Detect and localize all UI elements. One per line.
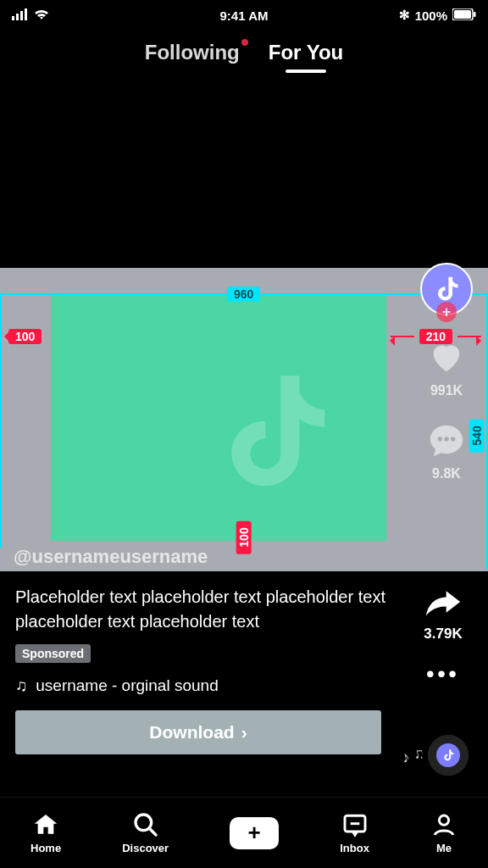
- music-note-icon: ♫: [15, 676, 27, 695]
- chevron-right-icon: ›: [241, 722, 247, 743]
- svg-rect-2: [20, 11, 23, 20]
- svg-point-9: [451, 437, 455, 441]
- svg-rect-3: [25, 8, 27, 20]
- sound-row[interactable]: ♫ username - orginal sound: [15, 676, 396, 695]
- like-count: 991K: [430, 383, 463, 398]
- comment-count: 9.8K: [432, 466, 461, 481]
- nav-home-label: Home: [30, 842, 61, 854]
- tab-following[interactable]: Following: [145, 41, 240, 64]
- svg-rect-6: [474, 12, 476, 17]
- battery-icon: [452, 8, 476, 23]
- sound-name: username - orginal sound: [36, 676, 218, 695]
- comment-icon: [427, 420, 466, 463]
- author-username[interactable]: @usernameusername: [14, 546, 208, 568]
- nav-inbox[interactable]: Inbox: [340, 811, 369, 854]
- feed-tabs: Following For You: [0, 41, 488, 64]
- nav-discover[interactable]: Discover: [122, 811, 169, 854]
- svg-rect-5: [454, 10, 471, 19]
- dim-arrow: [385, 336, 395, 346]
- heart-icon: [427, 337, 466, 380]
- tab-for-you-label: For You: [269, 41, 343, 64]
- bluetooth-icon: ✻: [399, 8, 410, 23]
- author-avatar[interactable]: +: [420, 263, 473, 315]
- dimension-margin-left: 100: [8, 329, 42, 344]
- svg-point-7: [438, 437, 442, 441]
- nav-create[interactable]: +: [230, 817, 279, 849]
- inbox-icon: [341, 811, 369, 838]
- svg-rect-0: [12, 16, 14, 20]
- signal-icon: [12, 8, 29, 23]
- battery-percent: 100%: [415, 8, 447, 23]
- disc-center-icon: [436, 743, 460, 767]
- svg-point-8: [444, 437, 448, 441]
- share-button[interactable]: [424, 585, 462, 622]
- nav-me-label: Me: [436, 842, 452, 854]
- status-bar: 9:41 AM ✻ 100%: [0, 0, 488, 31]
- comment-button[interactable]: 9.8K: [427, 420, 466, 481]
- tab-for-you[interactable]: For You: [269, 41, 343, 64]
- tiktok-icon: [432, 275, 461, 303]
- post-caption: Placeholder text placeholder text placeh…: [15, 585, 396, 634]
- post-info: Placeholder text placeholder text placeh…: [0, 573, 488, 754]
- action-rail: + 991K 9.8K: [417, 263, 476, 481]
- bottom-nav: Home Discover + Inbox Me: [0, 797, 488, 868]
- svg-line-11: [149, 828, 156, 835]
- cta-button[interactable]: Download ›: [15, 710, 381, 754]
- search-icon: [132, 811, 159, 838]
- share-count: 3.79K: [424, 626, 462, 643]
- svg-rect-1: [16, 14, 19, 20]
- wifi-icon: [34, 8, 49, 23]
- tiktok-watermark-icon: [203, 364, 339, 500]
- dim-arrow: [476, 336, 486, 346]
- home-icon: [32, 811, 59, 838]
- sponsored-badge: Sponsored: [15, 644, 91, 663]
- nav-me[interactable]: Me: [430, 811, 458, 854]
- cta-label: Download: [149, 722, 234, 743]
- nav-home[interactable]: Home: [30, 811, 61, 854]
- notification-dot: [241, 39, 248, 46]
- nav-inbox-label: Inbox: [340, 842, 369, 854]
- sound-disc[interactable]: [422, 729, 474, 782]
- tab-following-label: Following: [145, 41, 240, 64]
- clock: 9:41 AM: [220, 8, 269, 23]
- plus-icon: +: [248, 820, 261, 846]
- dimension-width: 960: [227, 287, 260, 302]
- dimension-margin-bottom: 100: [236, 520, 252, 554]
- svg-point-14: [439, 815, 448, 825]
- more-button[interactable]: •••: [426, 661, 459, 687]
- profile-icon: [430, 811, 458, 838]
- nav-discover-label: Discover: [122, 842, 169, 854]
- follow-plus-icon[interactable]: +: [436, 302, 457, 322]
- like-button[interactable]: 991K: [427, 337, 466, 398]
